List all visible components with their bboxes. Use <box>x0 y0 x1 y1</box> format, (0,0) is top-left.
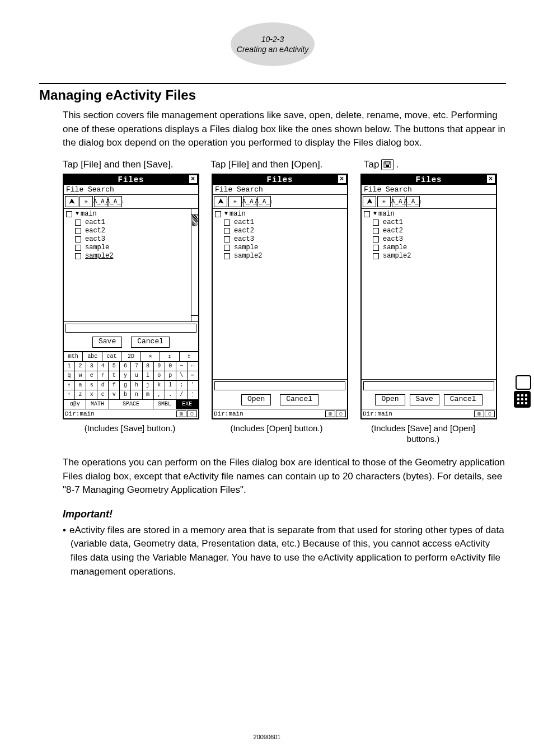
dialog-menubar[interactable]: File Search <box>213 185 347 195</box>
dialog-menubar[interactable]: File Search <box>64 185 198 195</box>
kbd-key[interactable]: d <box>97 381 109 390</box>
kbd-key[interactable]: ; <box>176 381 188 390</box>
file-row[interactable]: eact3 <box>364 235 494 244</box>
filename-input[interactable] <box>214 381 345 390</box>
kbd-key[interactable]: h <box>131 381 142 390</box>
kbd-tab[interactable]: abc <box>83 352 102 361</box>
kbd-key[interactable]: x <box>86 390 97 399</box>
kbd-key[interactable]: SPACE <box>109 400 154 409</box>
kbd-key[interactable]: 1 <box>64 362 75 371</box>
kbd-key[interactable]: ← <box>188 362 198 371</box>
kbd-key[interactable]: i <box>143 371 154 380</box>
kbd-tab[interactable]: 2D <box>121 352 140 361</box>
kbd-key[interactable]: 4 <box>97 362 109 371</box>
kbd-key[interactable]: f <box>109 381 120 390</box>
file-row[interactable]: eact3 <box>66 235 190 244</box>
kbd-key[interactable]: 9 <box>154 362 165 371</box>
up-folder-icon[interactable]: ⮝ <box>363 196 376 207</box>
search-icon[interactable]: A̲A̲ <box>243 196 256 207</box>
folder-row[interactable]: ▼ main <box>364 210 494 218</box>
file-row[interactable]: eact1 <box>215 218 345 227</box>
kbd-key[interactable]: m <box>143 390 154 399</box>
kbd-key[interactable]: / <box>176 390 188 399</box>
scrollbar[interactable] <box>191 209 198 321</box>
file-row[interactable]: eact1 <box>66 218 190 227</box>
up-folder-icon[interactable]: ⮝ <box>65 196 78 207</box>
kbd-key[interactable]: w <box>75 371 86 380</box>
kbd-key[interactable]: 5 <box>109 362 120 371</box>
close-icon[interactable]: × <box>189 175 197 183</box>
cancel-button[interactable]: Cancel <box>131 337 170 348</box>
file-row[interactable]: sample2 <box>364 252 494 260</box>
search-down-icon[interactable]: A̲A̲↓ <box>109 196 122 207</box>
cancel-button[interactable]: Cancel <box>444 394 483 405</box>
kbd-key[interactable]: . <box>165 390 176 399</box>
kbd-key[interactable]: 7 <box>131 362 142 371</box>
dialog-menubar[interactable]: File Search <box>362 185 496 195</box>
file-list[interactable]: ▼ main eact1 eact2 eact3 sample sample2 <box>213 209 347 278</box>
kbd-key[interactable]: ' <box>188 381 198 390</box>
kbd-tab[interactable]: mth <box>64 352 83 361</box>
kbd-tab[interactable]: cat <box>102 352 121 361</box>
kbd-key[interactable]: \ <box>176 371 188 380</box>
new-folder-icon[interactable]: ✳ <box>79 196 93 207</box>
kbd-down-icon[interactable]: ↧ <box>180 352 198 361</box>
kbd-key[interactable]: ↑ <box>64 390 75 399</box>
kbd-key[interactable]: t <box>109 371 120 380</box>
kbd-key[interactable]: z <box>75 390 86 399</box>
filename-input[interactable] <box>65 324 196 333</box>
kbd-key[interactable]: b <box>120 390 131 399</box>
kbd-key[interactable]: g <box>120 381 131 390</box>
folder-row[interactable]: ▼ main <box>66 210 190 218</box>
kbd-key[interactable]: , <box>154 390 165 399</box>
kbd-close-icon[interactable]: ✕ <box>141 352 160 361</box>
kbd-key[interactable]: ⋮ <box>188 390 198 399</box>
kbd-key[interactable]: EXE <box>176 400 198 409</box>
kbd-key[interactable]: j <box>143 381 154 390</box>
kbd-key[interactable]: p <box>165 371 176 380</box>
save-button[interactable]: Save <box>410 394 439 405</box>
open-button[interactable]: Open <box>241 394 271 405</box>
kbd-key[interactable]: ⋯ <box>188 371 198 380</box>
file-row[interactable]: sample <box>215 244 345 252</box>
file-row[interactable]: eact3 <box>215 235 345 244</box>
file-list[interactable]: ▼ main eact1 eact2 eact3 sample sample2 <box>362 209 496 278</box>
file-row[interactable]: eact1 <box>364 218 494 227</box>
kbd-key[interactable]: n <box>131 390 142 399</box>
kbd-key[interactable]: o <box>154 371 165 380</box>
cancel-button[interactable]: Cancel <box>280 394 318 405</box>
kbd-key[interactable]: c <box>97 390 109 399</box>
file-row[interactable]: eact2 <box>66 227 190 235</box>
kbd-key[interactable]: 0 <box>165 362 176 371</box>
close-icon[interactable]: × <box>487 175 495 183</box>
kbd-key[interactable]: 3 <box>86 362 97 371</box>
close-icon[interactable]: × <box>338 175 346 183</box>
new-folder-icon[interactable]: ✳ <box>228 196 242 207</box>
file-row[interactable]: sample <box>364 244 494 252</box>
kbd-key[interactable]: s <box>86 381 97 390</box>
kbd-key[interactable]: αβγ <box>64 400 86 409</box>
kbd-key[interactable]: − <box>176 362 188 371</box>
kbd-key[interactable]: k <box>154 381 165 390</box>
filename-input[interactable] <box>363 381 494 390</box>
kbd-up-icon[interactable]: ↥ <box>160 352 179 361</box>
kbd-key[interactable]: 6 <box>120 362 131 371</box>
search-icon[interactable]: A̲A̲ <box>94 196 107 207</box>
kbd-key[interactable]: ⇪ <box>64 381 75 390</box>
kbd-key[interactable]: q <box>64 371 75 380</box>
kbd-key[interactable]: SMBL <box>153 400 176 409</box>
kbd-key[interactable]: u <box>131 371 142 380</box>
kbd-key[interactable]: l <box>165 381 176 390</box>
open-button[interactable]: Open <box>375 394 405 405</box>
kbd-key[interactable]: v <box>109 390 120 399</box>
kbd-key[interactable]: 2 <box>75 362 86 371</box>
kbd-key[interactable]: 8 <box>143 362 154 371</box>
file-row[interactable]: eact2 <box>364 227 494 235</box>
new-folder-icon[interactable]: ✳ <box>377 196 391 207</box>
file-list[interactable]: ▼ main eact1 eact2 eact3 sample sample2 <box>64 209 198 322</box>
file-row[interactable]: sample2 <box>66 252 190 260</box>
kbd-key[interactable]: y <box>120 371 131 380</box>
file-row[interactable]: eact2 <box>215 227 345 235</box>
folder-row[interactable]: ▼ main <box>215 210 345 218</box>
up-folder-icon[interactable]: ⮝ <box>214 196 227 207</box>
